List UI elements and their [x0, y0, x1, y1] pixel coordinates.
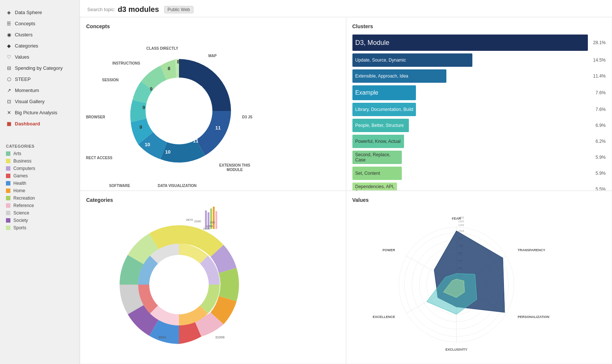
cluster-bar-8[interactable]: Set, Content — [352, 167, 402, 180]
sidebar-item-steep[interactable]: ⬡ STEEP — [0, 73, 79, 85]
visual-gallery-icon: ⊡ — [6, 98, 12, 104]
cluster-pct-8: 5.9% — [591, 171, 606, 176]
software-label: SOFTWARE — [109, 184, 130, 188]
fear-label: FEAR — [452, 217, 461, 220]
cluster-row-0: D3, Module 28.1% — [352, 35, 606, 51]
cluster-bar-container-0: D3, Module — [352, 35, 588, 51]
concepts-chart: MAP D3 JS EXTENSION THIS MODULE DATA VIS… — [86, 33, 272, 189]
sidebar-item-categories[interactable]: ◆ Categories — [0, 40, 79, 51]
category-recreation[interactable]: Recreation — [0, 194, 79, 202]
category-health[interactable]: Health — [0, 180, 79, 187]
cluster-row-1: Update, Source, Dynamic 14.5% — [352, 53, 606, 67]
map-value: 16 — [196, 85, 203, 92]
category-reference[interactable]: Reference — [0, 202, 79, 209]
cluster-bar-3[interactable]: Example — [352, 85, 416, 100]
cluster-pct-0: 28.1% — [591, 40, 606, 45]
extension-label: EXTENSION THIS — [219, 163, 250, 167]
sports-color — [6, 226, 10, 230]
categories-icon: ◆ — [6, 43, 12, 49]
cluster-pct-1: 14.5% — [591, 58, 606, 63]
categories-panel-title: Categories — [86, 197, 340, 203]
clusters-panel: Clusters D3, Module 28.1% Update, Source… — [346, 17, 612, 191]
concepts-title: Concepts — [86, 23, 340, 29]
categories-chart: 335 1066 2159 2100 2673 8554 31009 — [86, 207, 272, 351]
dashboard-content: Concepts — [80, 17, 612, 364]
cluster-pct-4: 7.6% — [591, 107, 606, 112]
cluster-bar-9[interactable]: Dependencies, API, Js — [352, 183, 397, 191]
cluster-bar-5[interactable]: People, Better, Structure — [352, 119, 409, 132]
cluster-pct-7: 5.9% — [591, 155, 606, 160]
cluster-row-9: Dependencies, API, Js 5.5% — [352, 183, 606, 191]
radar-ring-label-7: 1019 — [458, 230, 464, 232]
games-color — [6, 174, 10, 178]
health-color — [6, 181, 10, 186]
category-business[interactable]: Business — [0, 157, 79, 165]
business-color — [6, 159, 10, 163]
cluster-bar-1[interactable]: Update, Source, Dynamic — [352, 53, 473, 67]
cluster-pct-5: 6.9% — [591, 123, 606, 128]
category-computers[interactable]: Computers — [0, 165, 79, 172]
cat-recreation-outer[interactable] — [219, 268, 239, 301]
values-icon: ♡ — [6, 54, 12, 60]
cluster-bar-2[interactable]: Extensible, Approach, Idea — [352, 69, 447, 83]
sidebar-item-values[interactable]: ♡ Values — [0, 51, 79, 62]
category-arts[interactable]: Arts — [0, 150, 79, 157]
sidebar-item-spending[interactable]: ⊟ Spending by Category — [0, 62, 79, 73]
cluster-bar-6[interactable]: Powerful, Know, Actual — [352, 135, 404, 148]
arts-color — [6, 151, 10, 156]
cat-bar4 — [213, 207, 215, 229]
radar-ring-label-8: 1164 — [458, 224, 464, 226]
cluster-pct-9: 5.5% — [591, 187, 606, 191]
cluster-row-2: Extensible, Approach, Idea 11.4% — [352, 69, 606, 83]
momentum-icon: ↗ — [6, 87, 12, 93]
sidebar-item-big-picture[interactable]: ✕ Big Picture Analysis — [0, 107, 79, 118]
category-home[interactable]: Home — [0, 187, 79, 194]
session-value: 9 — [150, 86, 152, 92]
session-label: SESSION — [102, 78, 118, 82]
category-science[interactable]: Science — [0, 209, 79, 217]
home-color — [6, 188, 10, 193]
cat-val-4: 2100 — [194, 220, 201, 223]
spending-icon: ⊟ — [6, 65, 12, 71]
clusters-title: Clusters — [352, 23, 606, 29]
cluster-row-5: People, Better, Structure 6.9% — [352, 119, 606, 132]
data-sphere-icon: ◈ — [6, 9, 12, 15]
cluster-row-6: Powerful, Know, Actual 6.2% — [352, 135, 606, 148]
values-panel: Values — [346, 191, 612, 364]
extension-value: 11 — [193, 138, 198, 144]
sidebar-item-concepts[interactable]: ☰ Concepts — [0, 18, 79, 29]
concepts-icon: ☰ — [6, 20, 12, 26]
cluster-row-4: Library, Documentation, Build 7.6% — [352, 103, 606, 116]
dataviz-value: 10 — [165, 149, 170, 155]
sidebar-item-visual-gallery[interactable]: ⊡ Visual Gallery — [0, 96, 79, 107]
category-society[interactable]: Society — [0, 217, 79, 224]
class-directly-value: 8 — [167, 66, 170, 71]
search-label: Search topic: — [87, 7, 115, 12]
browser-value: 9 — [142, 105, 145, 110]
cat-bar5 — [215, 211, 217, 229]
category-games[interactable]: Games — [0, 172, 79, 180]
sidebar-item-clusters[interactable]: ◉ Clusters — [0, 29, 79, 40]
recreation-color — [6, 196, 10, 200]
cluster-bar-7[interactable]: Second, Replace, Case — [352, 151, 402, 164]
dataviz-label: DATA VISUALIZATION — [158, 184, 197, 188]
sidebar-item-momentum[interactable]: ↗ Momentum — [0, 85, 79, 96]
categories-donut-hole — [149, 255, 209, 314]
cat-val-1: 335 — [210, 221, 215, 224]
software-value: 10 — [145, 142, 150, 147]
radar-ring-label-9: 1310 — [458, 220, 464, 223]
sidebar-item-data-sphere[interactable]: ◈ Data Sphere — [0, 7, 79, 18]
excellence-label: EXCELLENCE — [372, 315, 395, 319]
values-chart: 140 291 437 582 728 873 1019 1164 1310 1… — [352, 207, 557, 351]
cluster-bar-4[interactable]: Library, Documentation, Build — [352, 103, 416, 116]
category-sports[interactable]: Sports — [0, 224, 79, 232]
big-picture-icon: ✕ — [6, 109, 12, 115]
extension-label2: MODULE — [227, 168, 243, 172]
cluster-row-7: Second, Replace, Case 5.9% — [352, 151, 606, 164]
browser-label: BROWSER — [86, 115, 105, 119]
cluster-pct-2: 11.4% — [591, 73, 606, 79]
sidebar-item-dashboard[interactable]: ▦ Dashboard — [0, 118, 79, 129]
cluster-bar-0[interactable]: D3, Module — [352, 35, 588, 51]
exclusivity-label: EXCLUSIVITY — [445, 348, 467, 351]
d3js-label: D3 JS — [242, 115, 253, 119]
